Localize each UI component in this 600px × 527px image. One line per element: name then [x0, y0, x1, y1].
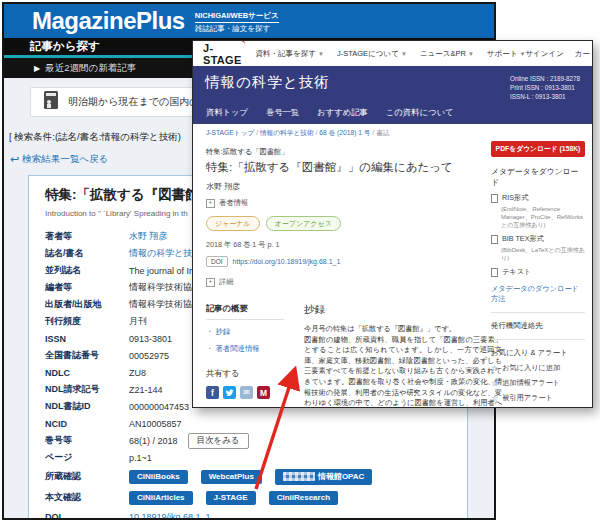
field-row-holdings: 所蔵確認 CiNiiBooks WebcatPlus 情報館OPAC: [45, 466, 467, 487]
chevron-down-icon: ▼: [318, 51, 324, 57]
metadata-howto-link[interactable]: メタデータのダウンロード方法: [491, 284, 585, 304]
abstract-paragraph: 今月号の特集は「拡散する『図書館』」です。: [304, 324, 502, 335]
jstage-main-nav: 資料・記事を探す ▼ J-STAGEについて ▼ ニュース&PR ▼ サポート …: [256, 49, 526, 59]
favorites-heading: お気に入り & アラート: [491, 348, 585, 358]
overview-column: 記事の概要 ・抄録 ・著者関連情報 共有する f ✉ M: [206, 303, 294, 408]
opac-button[interactable]: 情報館OPAC: [275, 469, 373, 485]
jstage-logo[interactable]: J-STAGE: [203, 42, 242, 66]
plus-icon: +: [206, 199, 215, 208]
star-icon: ☆: [491, 379, 498, 388]
sign-in-link[interactable]: サインイン: [525, 49, 563, 59]
open-access-tag: オープンアクセス: [266, 216, 341, 231]
breadcrumb-current: 書誌: [376, 129, 389, 136]
author-link[interactable]: 水野 翔彦: [129, 230, 168, 243]
article-title: 特集:「拡散する『図書館』」の編集にあたって: [206, 160, 506, 175]
tab-about-journal[interactable]: この資料について: [386, 107, 454, 118]
breadcrumb-journal[interactable]: 情報の科学と技術: [260, 129, 314, 136]
star-icon: ☆: [491, 364, 498, 373]
online-issn: Online ISSN : 2189-8278: [510, 74, 580, 83]
field-row-volume: 巻号等 68(1) / 2018 目次をみる: [45, 432, 467, 449]
issn-block: Online ISSN : 2189-8278 Print ISSN : 091…: [510, 74, 580, 101]
ris-download-link[interactable]: RIS形式: [491, 193, 585, 203]
twitter-icon[interactable]: [223, 386, 236, 399]
doi-chip: DOI: [206, 256, 228, 267]
doi-url-link[interactable]: https://doi.org/10.18919/jkg.68.1_1: [233, 258, 341, 265]
bullet-icon: ・: [206, 344, 213, 353]
chevron-down-icon: ▼: [468, 51, 474, 57]
breadcrumb-home[interactable]: J-STAGEトップ: [206, 129, 254, 136]
journal-nav: 資料トップ 巻号一覧 おすすめ記事 この資料について: [206, 107, 453, 118]
issn-l: ISSN-L : 0913-3801: [510, 92, 580, 101]
file-icon: [491, 194, 498, 203]
additional-info-alert-link[interactable]: ☆追加情報アラート: [491, 378, 585, 388]
mendeley-icon[interactable]: M: [257, 386, 270, 399]
share-heading: 共有する: [206, 368, 294, 379]
nav-search-articles[interactable]: 資料・記事を探す ▼: [256, 49, 324, 59]
tab-journal-top[interactable]: 資料トップ: [206, 107, 248, 118]
abstract-anchor-link[interactable]: ・抄録: [206, 327, 294, 337]
magazine-icon: [43, 90, 59, 114]
doi-link[interactable]: 10.18919/jkg.68.1_1: [129, 512, 211, 521]
database-banner-text: 明治期から現在までの国内の雑: [68, 95, 209, 109]
journal-banner: 情報の科学と技術 Online ISSN : 2189-8278 Print I…: [193, 66, 592, 124]
journal-link[interactable]: 情報の科学と技術: [129, 247, 201, 260]
facebook-icon[interactable]: f: [206, 386, 219, 399]
field-row-fulltext: 本文確認 CiNiiArticles J-STAGE CiniiResearch: [45, 487, 467, 508]
cinii-research-button[interactable]: CiniiResearch: [269, 491, 338, 505]
tab-volume-list[interactable]: 巻号一覧: [266, 107, 299, 118]
text-download-link[interactable]: テキスト: [491, 267, 585, 277]
share-icons: f ✉ M: [206, 386, 294, 399]
file-icon: [491, 235, 498, 244]
tab-recommended[interactable]: おすすめ記事: [317, 107, 368, 118]
toc-button[interactable]: 目次をみる: [188, 433, 249, 449]
jstage-window: J-STAGE 資料・記事を探す ▼ J-STAGEについて ▼ ニュース&PR…: [192, 40, 593, 408]
metadata-heading: メタデータをダウンロード: [491, 166, 585, 188]
play-icon: ▶: [34, 64, 40, 73]
jstage-button[interactable]: J-STAGE: [206, 491, 256, 505]
nav-news-pr[interactable]: ニュース&PR ▼: [420, 49, 474, 59]
abstract-column: 抄録 今月号の特集は「拡散する『図書館』」です。 図書館の建物、所蔵資料、職員を…: [304, 303, 502, 408]
divider: [491, 312, 585, 313]
file-icon: [491, 268, 498, 277]
field-row-doi: DOI 10.18919/jkg.68.1_1: [45, 508, 467, 520]
add-favorite-link[interactable]: ☆お気に入りに追加: [491, 363, 585, 373]
redacted-text-block: [283, 472, 315, 481]
chevron-down-icon: ▼: [401, 51, 407, 57]
field-row-ncid: NCID AN10005857: [45, 415, 467, 432]
publisher-contact-link[interactable]: 発行機関連絡先: [491, 321, 585, 331]
nav-about-jstage[interactable]: J-STAGEについて ▼: [337, 49, 407, 59]
citation-alert-link[interactable]: ☆被引用アラート: [491, 393, 585, 403]
webcat-plus-button[interactable]: WebcatPlus: [201, 470, 262, 484]
jstage-content: J-STAGEトップ / 情報の科学と技術 / 68 巻 (2018) 1 号 …: [193, 124, 592, 407]
journal-tag: ジャーナル: [206, 216, 260, 231]
cart-link[interactable]: カート: [575, 49, 593, 59]
magazineplus-header: MagazinePlus NICHIGAI/WEBサービス 雑誌記事・論文を探す: [4, 4, 494, 38]
email-icon[interactable]: ✉: [240, 386, 253, 399]
breadcrumb-issue[interactable]: 68 巻 (2018) 1 号: [319, 129, 370, 136]
plus-icon: +: [206, 278, 215, 287]
magazineplus-logo: MagazinePlus: [32, 7, 185, 35]
bullet-icon: ・: [206, 327, 213, 336]
jstage-user-nav: サインイン カート JA ▼: [525, 48, 593, 60]
pdf-download-button[interactable]: PDFをダウンロード (158K): [491, 141, 585, 157]
nav-support[interactable]: サポート ▼: [487, 49, 526, 59]
jstage-topbar: J-STAGE 資料・記事を探す ▼ J-STAGEについて ▼ ニュース&PR…: [193, 41, 592, 66]
bibtex-download-link[interactable]: BIB TEX形式: [491, 234, 585, 244]
ris-note: (EndNote、Reference Manager、ProCite、RefWo…: [501, 205, 585, 229]
back-arrow-icon: ↩: [10, 153, 19, 166]
abstract-heading: 抄録: [304, 303, 502, 317]
print-issn: Print ISSN : 0913-3801: [510, 83, 580, 92]
overview-heading: 記事の概要: [206, 303, 284, 320]
bibtex-note: (BibDesk、LaTeXとの互換性あり): [501, 246, 585, 262]
star-icon: ☆: [491, 394, 498, 403]
magazineplus-logo-subtitle: NICHIGAI/WEBサービス 雑誌記事・論文を探す: [195, 11, 279, 34]
breadcrumb: J-STAGEトップ / 情報の科学と技術 / 68 巻 (2018) 1 号 …: [206, 129, 592, 138]
author-related-link[interactable]: ・著者関連情報: [206, 344, 294, 354]
abstract-paragraph: 図書館の建物、所蔵資料、職員を指して「図書館の三要素」とすることは広く知られてい…: [304, 335, 502, 408]
jstage-sidebar: PDFをダウンロード (158K) メタデータをダウンロード RIS形式 (En…: [491, 141, 585, 408]
cinii-articles-button[interactable]: CiNiiArticles: [129, 491, 193, 505]
cinii-books-button[interactable]: CiNiiBooks: [129, 470, 188, 484]
divider: [491, 339, 585, 340]
field-row-page: ページ p.1~1: [45, 449, 467, 466]
